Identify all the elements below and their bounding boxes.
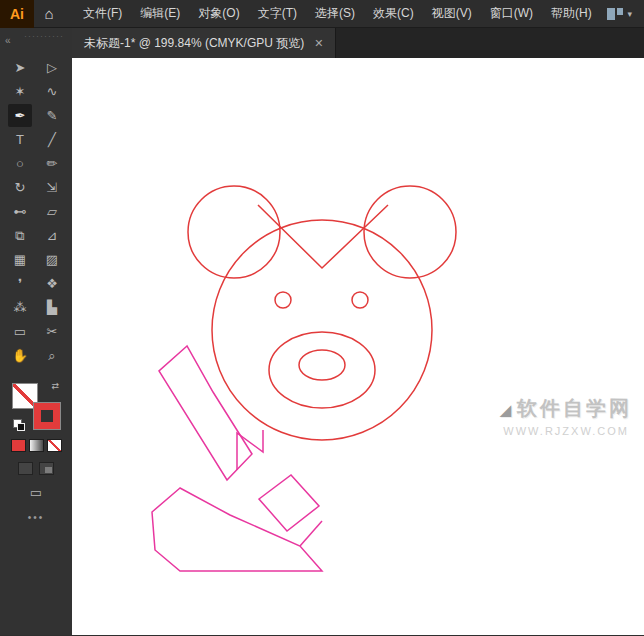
eyedropper-tool[interactable]: ❜ xyxy=(8,272,32,295)
column-graph-tool[interactable]: ▙ xyxy=(40,296,64,319)
tool-icon: T xyxy=(16,133,24,146)
free-transform-tool[interactable]: ▱ xyxy=(40,200,64,223)
menubar-right: ▾ xyxy=(607,8,644,20)
body-shape-square[interactable] xyxy=(259,475,319,531)
color-type-buttons xyxy=(11,439,62,452)
menu-list: 文件(F) 编辑(E) 对象(O) 文字(T) 选择(S) 效果(C) 视图(V… xyxy=(74,0,601,27)
tool-icon: ⁂ xyxy=(14,301,27,314)
stroke-swatch[interactable] xyxy=(34,403,60,429)
default-fill-stroke-icon[interactable] xyxy=(13,419,22,428)
draw-behind-mode-button[interactable] xyxy=(39,462,54,475)
watermark-url: WWW.RJZXW.COM xyxy=(500,425,632,437)
tool-icon: ✶ xyxy=(15,85,26,98)
selection-tool[interactable]: ➤ xyxy=(8,56,32,79)
color-button[interactable] xyxy=(11,439,26,452)
tool-icon: ⇲ xyxy=(47,181,58,194)
collapse-panel-icon[interactable]: « xyxy=(5,35,11,46)
tool-icon: ⌕ xyxy=(48,349,55,362)
paintbrush-tool[interactable]: ✎ xyxy=(40,104,64,127)
tool-grid: ➤ ▷ ✶ ∿ ✒ ✎ xyxy=(8,56,64,367)
menu-item[interactable]: 对象(O) xyxy=(189,0,248,27)
menu-item[interactable]: 选择(S) xyxy=(306,0,364,27)
menu-item[interactable]: 帮助(H) xyxy=(542,0,601,27)
rotate-tool[interactable]: ↻ xyxy=(8,176,32,199)
menu-item[interactable]: 编辑(E) xyxy=(131,0,189,27)
watermark-title: ◢软件自学网 xyxy=(500,395,632,422)
bear-nose[interactable] xyxy=(299,350,345,380)
main-area: « ·········· ➤ ▷ ✶ ∿ xyxy=(0,28,644,635)
tool-icon: ∿ xyxy=(47,85,58,98)
tool-icon: ○ xyxy=(16,157,24,170)
tool-icon: ✂ xyxy=(47,325,58,338)
none-button[interactable] xyxy=(47,439,62,452)
shape-builder-tool[interactable]: ⧉ xyxy=(8,224,32,247)
swap-fill-stroke-icon[interactable]: ⇄ xyxy=(51,381,59,391)
document-area: 未标题-1* @ 199.84% (CMYK/GPU 预览) ✕ ◢软件自学网 … xyxy=(72,28,644,635)
perspective-grid-tool[interactable]: ⊿ xyxy=(40,224,64,247)
pencil-tool[interactable]: ✏ xyxy=(40,152,64,175)
fill-stroke-controls: ⇄ xyxy=(11,381,61,431)
chevron-down-icon: ▾ xyxy=(627,9,632,19)
document-tab-title: 未标题-1* @ 199.84% (CMYK/GPU 预览) xyxy=(84,35,304,52)
ellipse-tool[interactable]: ○ xyxy=(8,152,32,175)
draw-normal-mode-button[interactable] xyxy=(18,462,33,475)
bear-brow[interactable] xyxy=(258,205,388,268)
tool-icon: ✏ xyxy=(47,157,58,170)
tool-icon: ❖ xyxy=(46,277,58,290)
artboard-tool[interactable]: ▭ xyxy=(8,320,32,343)
artboard-canvas[interactable]: ◢软件自学网 WWW.RJZXW.COM xyxy=(72,58,644,635)
artwork-svg xyxy=(72,58,644,635)
menu-item[interactable]: 效果(C) xyxy=(364,0,423,27)
slice-tool[interactable]: ✂ xyxy=(40,320,64,343)
watermark-logo-icon: ◢ xyxy=(500,402,514,418)
menu-item[interactable]: 文件(F) xyxy=(74,0,131,27)
lasso-tool[interactable]: ∿ xyxy=(40,80,64,103)
mesh-tool[interactable]: ▦ xyxy=(8,248,32,271)
tool-icon: ▙ xyxy=(47,301,57,314)
bear-right-eye[interactable] xyxy=(352,292,368,308)
tool-icon: ⊷ xyxy=(14,205,27,218)
workspace-icon xyxy=(607,8,623,20)
tool-icon: ❜ xyxy=(18,277,22,290)
bear-head[interactable] xyxy=(212,220,432,440)
tool-icon: ▷ xyxy=(47,61,57,74)
edit-toolbar-button[interactable]: ••• xyxy=(28,512,45,523)
tool-icon: ⧉ xyxy=(15,229,24,242)
tool-icon: ▱ xyxy=(47,205,57,218)
tools-panel-header: « ·········· xyxy=(0,28,72,56)
menu-item[interactable]: 视图(V) xyxy=(423,0,481,27)
magic-wand-tool[interactable]: ✶ xyxy=(8,80,32,103)
draw-mode-buttons xyxy=(18,462,54,475)
line-segment-tool[interactable]: ╱ xyxy=(40,128,64,151)
tool-icon: ✎ xyxy=(47,109,58,122)
pen-tool[interactable]: ✒ xyxy=(8,104,32,127)
bear-left-eye[interactable] xyxy=(275,292,291,308)
type-tool[interactable]: T xyxy=(8,128,32,151)
gradient-tool[interactable]: ▨ xyxy=(40,248,64,271)
tool-icon: ➤ xyxy=(15,61,26,74)
direct-selection-tool[interactable]: ▷ xyxy=(40,56,64,79)
home-icon[interactable]: ⌂ xyxy=(34,5,64,22)
panel-grip[interactable]: ·········· xyxy=(24,31,64,41)
menu-item[interactable]: 窗口(W) xyxy=(481,0,542,27)
menu-bar: Ai ⌂ 文件(F) 编辑(E) 对象(O) 文字(T) 选择(S) 效果(C)… xyxy=(0,0,644,28)
zoom-tool[interactable]: ⌕ xyxy=(40,344,64,367)
blend-tool[interactable]: ❖ xyxy=(40,272,64,295)
tool-icon: ⊿ xyxy=(47,229,58,242)
app-logo[interactable]: Ai xyxy=(0,0,34,28)
menu-item[interactable]: 文字(T) xyxy=(249,0,306,27)
width-tool[interactable]: ⊷ xyxy=(8,200,32,223)
scale-tool[interactable]: ⇲ xyxy=(40,176,64,199)
body-shape-arm[interactable] xyxy=(159,346,252,480)
close-icon[interactable]: ✕ xyxy=(314,37,323,50)
document-tab[interactable]: 未标题-1* @ 199.84% (CMYK/GPU 预览) ✕ xyxy=(72,28,336,58)
gradient-button[interactable] xyxy=(29,439,44,452)
hand-tool[interactable]: ✋ xyxy=(8,344,32,367)
body-shape-base[interactable] xyxy=(152,488,322,571)
symbol-sprayer-tool[interactable]: ⁂ xyxy=(8,296,32,319)
bear-muzzle[interactable] xyxy=(269,332,375,408)
workspace-switcher[interactable]: ▾ xyxy=(607,8,632,20)
body-shape-notch[interactable] xyxy=(300,521,322,546)
watermark: ◢软件自学网 WWW.RJZXW.COM xyxy=(500,395,632,437)
screen-mode-button[interactable]: ▭ xyxy=(30,485,42,500)
